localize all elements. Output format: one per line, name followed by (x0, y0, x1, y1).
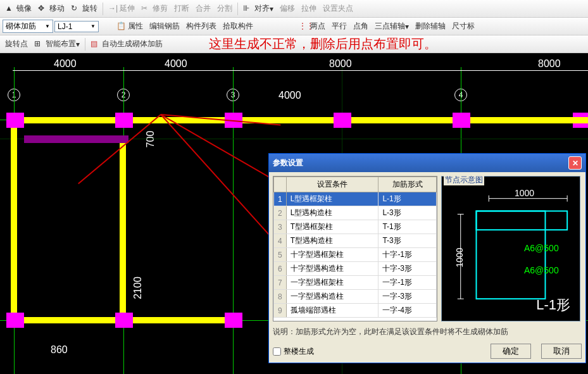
split-button[interactable]: 分割 (215, 2, 235, 15)
col-condition: 设置条件 (286, 177, 378, 192)
mirror-button[interactable]: ▲镜像 (3, 2, 34, 15)
smart-icon: ⊞ (34, 39, 44, 49)
ok-button[interactable]: 确定 (491, 344, 531, 359)
stretch-button[interactable]: 拉伸 (299, 2, 319, 15)
preview-panel: 1000 1000 A6@500 A6@500 L-1形 (441, 176, 580, 321)
align-icon: ⊪ (243, 4, 253, 14)
column[interactable] (6, 113, 24, 128)
column[interactable] (6, 313, 24, 328)
table-row[interactable]: 8一字型遇构造柱一字-3形 (274, 290, 437, 304)
dim-text: 4000 (278, 90, 301, 101)
table-row[interactable]: 1L型遇框架柱L-1形 (274, 192, 437, 206)
column[interactable] (225, 313, 242, 328)
dim-text: 4000 (54, 58, 77, 70)
shape-label: L-1形 (536, 296, 570, 315)
setgrip-button[interactable]: 设置夹点 (320, 2, 356, 15)
wall[interactable] (351, 117, 453, 123)
type-dropdown[interactable]: 砌体加筋▼ (3, 20, 53, 33)
toolbar-edit: ▲镜像 ✥移动 ↻旋转 →|延伸 ✂修剪 打断 合并 分割 ⊪对齐 ▾ 偏移 拉… (0, 0, 588, 18)
column[interactable] (334, 113, 351, 128)
move-icon: ✥ (38, 4, 48, 14)
dim-text: 4000 (165, 58, 187, 70)
pick-member-button[interactable]: 拾取构件 (220, 20, 256, 33)
smart-layout-button[interactable]: ⊞智能布置 ▾ (32, 37, 82, 51)
rotate-point-button[interactable]: 旋转点 (3, 37, 30, 51)
close-button[interactable]: ✕ (568, 156, 582, 170)
toolbar-member: 砌体加筋▼ LJ-1▼ 📋属性 编辑钢筋 构件列表 拾取构件 ⋮⋮两点 平行 点… (0, 18, 588, 35)
break-button[interactable]: 打断 (172, 2, 192, 15)
col-form: 加筋形式 (378, 177, 437, 192)
move-button[interactable]: ✥移动 (35, 2, 67, 15)
extend-button[interactable]: →|延伸 (106, 2, 137, 15)
offset-button[interactable]: 偏移 (277, 2, 297, 15)
trim-button[interactable]: ✂修剪 (139, 2, 170, 15)
corner-button[interactable]: 点角 (351, 20, 371, 33)
param-dialog: 参数设置 ✕ 设置条件加筋形式 1L型遇框架柱L-1形 2L型遇构造柱L-3形 … (268, 153, 586, 363)
dialog-note: 说明：加筋形式允许为空，此时在满足该设置条件时将不生成砌体加筋 (273, 327, 582, 337)
column[interactable] (115, 313, 133, 328)
dim-label-button[interactable]: 尺寸标 (449, 20, 477, 33)
merge-button[interactable]: 合并 (193, 2, 213, 15)
name-dropdown[interactable]: LJ-1▼ (54, 21, 99, 32)
dim-text: 8000 (329, 58, 352, 70)
wall[interactable] (120, 143, 126, 313)
rotate-button[interactable]: ↻旋转 (68, 2, 100, 15)
condition-table[interactable]: 设置条件加筋形式 1L型遇框架柱L-1形 2L型遇构造柱L-3形 3T型遇框架柱… (273, 176, 437, 321)
two-point-button[interactable]: ⋮⋮两点 (296, 20, 328, 33)
separator (85, 38, 85, 51)
align-button[interactable]: ⊪对齐 ▾ (241, 2, 276, 15)
wall[interactable] (470, 117, 588, 123)
table-row[interactable]: 9孤墙端部遇柱一字-4形 (274, 304, 437, 318)
column[interactable] (115, 113, 133, 128)
separator (237, 3, 238, 15)
rebar-label: A6@500 (524, 243, 559, 253)
table-row[interactable]: 3T型遇框架柱T-1形 (274, 220, 437, 234)
whole-building-check[interactable]: 整楼生成 (273, 346, 314, 357)
annotation-text: 这里生成不正常，删除后用点布置即可。 (209, 35, 437, 53)
table-row[interactable]: 6十字型遇构造柱十字-3形 (274, 262, 437, 276)
table-row[interactable]: 5十字型遇框架柱十字-1形 (274, 248, 437, 262)
mirror-icon: ▲ (5, 4, 15, 14)
preview-title: 节点示意图 (444, 175, 484, 185)
wall[interactable] (24, 317, 115, 323)
auto-icon: ▤ (91, 39, 101, 49)
dim-v: 1000 (454, 247, 465, 267)
extend-icon: →| (108, 4, 118, 14)
dim-line (13, 70, 588, 71)
table-row[interactable]: 2L型遇构造柱L-3形 (274, 206, 437, 220)
dialog-title: 参数设置 (273, 158, 303, 168)
two-point-icon: ⋮⋮ (299, 22, 309, 32)
edit-rebar-button[interactable]: 编辑钢筋 (147, 20, 182, 33)
member-list-button[interactable]: 构件列表 (184, 20, 219, 33)
chevron-down-icon: ▼ (45, 23, 50, 29)
rebar-label: A6@500 (524, 265, 559, 275)
dim-text: 8000 (538, 58, 561, 70)
separator (103, 3, 103, 15)
wall[interactable] (11, 128, 17, 313)
dim-h: 1000 (515, 188, 534, 198)
wall[interactable] (133, 317, 225, 323)
dialog-title-bar[interactable]: 参数设置 ✕ (269, 154, 585, 172)
property-icon: 📋 (116, 22, 127, 32)
parallel-button[interactable]: 平行 (329, 20, 349, 33)
dim-text: 860 (51, 344, 68, 356)
wall[interactable] (24, 135, 128, 143)
chevron-down-icon: ▼ (91, 23, 96, 29)
svg-rect-1 (476, 211, 567, 230)
dim-text: 700 (145, 131, 156, 148)
svg-rect-0 (476, 211, 545, 299)
column[interactable] (453, 113, 470, 128)
table-row[interactable]: 4T型遇构造柱T-3形 (274, 234, 437, 248)
wall[interactable] (24, 117, 115, 123)
auto-gen-button[interactable]: ▤自动生成砌体加筋 (88, 37, 165, 51)
property-button[interactable]: 📋属性 (114, 20, 146, 33)
cancel-button[interactable]: 取消 (541, 344, 582, 359)
table-row[interactable]: 7一字型遇框架柱一字-1形 (274, 276, 437, 290)
delete-aux-button[interactable]: 删除辅轴 (413, 20, 448, 33)
checkbox[interactable] (273, 347, 281, 356)
rotate-icon: ↻ (71, 4, 81, 14)
trim-icon: ✂ (141, 4, 151, 14)
dim-text: 2100 (132, 277, 144, 299)
three-point-aux-button[interactable]: 三点辅轴 ▾ (372, 20, 411, 33)
